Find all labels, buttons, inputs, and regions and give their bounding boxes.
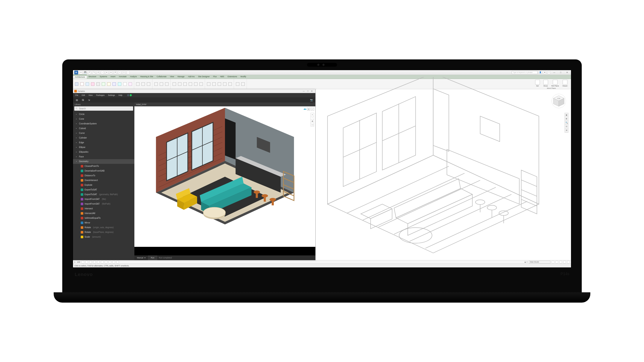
tool-floor-icon[interactable] bbox=[112, 82, 116, 86]
nav-zoom-icon[interactable]: 🔍 bbox=[565, 121, 568, 125]
tree-category-edge[interactable]: ▸Edge bbox=[73, 140, 134, 145]
nav-orbit-icon[interactable]: ⟲ bbox=[565, 125, 568, 128]
dynamo-menu-view[interactable]: View bbox=[88, 94, 92, 96]
ribbon-tab-view[interactable]: View bbox=[168, 75, 176, 79]
vc-shadows-icon[interactable] bbox=[93, 261, 96, 263]
help-search-input[interactable]: Type a keyword or phrase bbox=[512, 71, 538, 74]
qat-tag-icon[interactable]: A bbox=[110, 71, 112, 74]
tree-category-ellipse[interactable]: ▸Ellipse bbox=[73, 145, 134, 150]
tree-node-closestpointto[interactable]: ClosestPointTo bbox=[73, 164, 134, 169]
tree-node-distanceto[interactable]: DistanceTo bbox=[73, 173, 134, 178]
workplane-ref-button[interactable]: Ref Plane bbox=[550, 79, 560, 87]
tool-roomsep-icon[interactable] bbox=[177, 82, 182, 86]
tree-node-explode[interactable]: Explode bbox=[73, 183, 134, 187]
tree-category-curve[interactable]: ▸Curve bbox=[73, 131, 134, 136]
qat-redo-icon[interactable]: ↷ bbox=[92, 71, 95, 74]
tree-node-importfromsat[interactable]: ImportFromSAT(filePath) bbox=[73, 202, 134, 206]
dynamo-3d-preview[interactable]: abc ⊞ ⤢ + − ✥ ▭ bbox=[134, 106, 315, 247]
tool-modeltext-icon[interactable] bbox=[154, 82, 158, 86]
tool-dormer-icon[interactable] bbox=[228, 82, 232, 86]
ribbon-tab-collaborate[interactable]: Collaborate bbox=[155, 75, 168, 79]
tool-component-icon[interactable] bbox=[90, 82, 95, 86]
vc-worksets-icon[interactable] bbox=[556, 261, 558, 263]
dynamo-menu-file[interactable]: File bbox=[75, 94, 78, 96]
ribbon-tab-massing-site[interactable]: Massing & Site bbox=[139, 75, 155, 79]
tool-tagroom-icon[interactable] bbox=[183, 82, 188, 86]
dynamo-search-input[interactable]: Search bbox=[74, 106, 133, 111]
dynamo-menu-help[interactable]: Help bbox=[118, 94, 122, 96]
vc-filter-icon[interactable] bbox=[552, 261, 554, 263]
tool-gridline-icon[interactable] bbox=[241, 82, 245, 86]
tree-node-deserializefromsab[interactable]: DeserializeFromSAB bbox=[73, 169, 134, 173]
tool-tagarea-icon[interactable] bbox=[199, 82, 204, 86]
app-logo[interactable]: R bbox=[74, 70, 78, 74]
ribbon-tab-manage[interactable]: Manage bbox=[176, 75, 186, 79]
tool-modelgroup-icon[interactable] bbox=[164, 82, 169, 86]
tool-grid-icon[interactable] bbox=[122, 82, 127, 86]
tool-mullion-icon[interactable] bbox=[128, 82, 133, 86]
infocenter-help-icon[interactable]: ? bbox=[548, 71, 550, 74]
ribbon-tab-systems[interactable]: Systems bbox=[98, 75, 109, 79]
dynamo-menu-edit[interactable]: Edit bbox=[82, 94, 85, 96]
tree-node-rotate[interactable]: Rotate(origin, axis, degrees) bbox=[73, 225, 134, 230]
window-close-icon[interactable]: ✕ bbox=[564, 71, 570, 74]
nav-pan-icon[interactable]: ✥ bbox=[565, 117, 568, 121]
ribbon-tab-architecture[interactable]: Architecture bbox=[73, 75, 87, 79]
tree-node-exporttosat[interactable]: ExportToSAT(geometry, filePath) bbox=[73, 192, 134, 197]
tree-node-rotate[interactable]: Rotate(basePlane, degrees) bbox=[73, 230, 134, 235]
dyn-export-icon[interactable]: ⇲ bbox=[87, 98, 90, 102]
vc-sunpath-icon[interactable] bbox=[89, 261, 92, 263]
tree-node-intersect[interactable]: Intersect bbox=[73, 206, 134, 211]
vc-temp-icon[interactable] bbox=[112, 261, 115, 263]
ribbon-tab-annotate[interactable]: Annotate bbox=[117, 75, 128, 79]
nav-look-icon[interactable]: 👁 bbox=[565, 128, 568, 132]
dynamo-menu-settings[interactable]: Settings bbox=[108, 94, 115, 96]
tool-areabd-icon[interactable] bbox=[194, 82, 198, 86]
dynamo-run-button[interactable]: Run bbox=[148, 255, 157, 260]
ribbon-tab-extensions[interactable]: Extensions bbox=[226, 75, 239, 79]
tree-category-circle[interactable]: ▸Circle bbox=[73, 112, 134, 117]
qat-3d-icon[interactable]: ⌂ bbox=[118, 71, 121, 74]
qat-text-icon[interactable]: A bbox=[105, 71, 108, 74]
nav-wheel-icon[interactable]: ◉ bbox=[565, 113, 568, 117]
tree-node-importfromsat[interactable]: ImportFromSAT(file) bbox=[73, 197, 134, 202]
tree-category-coordinatesystem[interactable]: ▸CoordinateSystem bbox=[73, 121, 134, 126]
tree-category-ellipsearc[interactable]: ▸EllipseArc bbox=[73, 150, 134, 154]
tool-level-icon[interactable] bbox=[235, 82, 240, 86]
infocenter-signin-icon[interactable]: 👤 bbox=[539, 71, 542, 74]
dyn-fit-icon[interactable]: ▭ bbox=[310, 123, 314, 126]
dyn-toggle-geometry-icon[interactable] bbox=[127, 94, 129, 96]
vc-visual-style-icon[interactable] bbox=[86, 261, 88, 263]
dyn-new-icon[interactable]: ▤ bbox=[75, 98, 78, 102]
qat-print-icon[interactable]: ⎙ bbox=[96, 71, 100, 74]
qat-save-icon[interactable]: 💾 bbox=[84, 71, 87, 74]
ribbon-tab-structure[interactable]: Structure bbox=[87, 75, 98, 79]
tool-ceiling-icon[interactable] bbox=[106, 82, 111, 86]
vc-cropreg-icon[interactable] bbox=[105, 261, 107, 263]
ribbon-tab-add-ins[interactable]: Add-Ins bbox=[186, 75, 196, 79]
dyn-3d-expand-icon[interactable]: ⤢ bbox=[311, 108, 314, 111]
vc-pin-icon[interactable] bbox=[567, 261, 570, 263]
tool-room-icon[interactable] bbox=[172, 82, 177, 86]
dynamo-close-icon[interactable]: ✕ bbox=[310, 90, 314, 92]
tree-category-cylinder[interactable]: ▸Cylinder bbox=[73, 136, 134, 140]
tree-node-isalmostequalto[interactable]: IsAlmostEqualTo bbox=[73, 216, 134, 220]
qat-undo-icon[interactable]: ↶ bbox=[88, 71, 91, 74]
tool-modelline-icon[interactable] bbox=[159, 82, 164, 86]
tree-node-exporttosat[interactable]: ExportToSAT bbox=[73, 187, 134, 192]
ribbon-tab-modify[interactable]: Modify bbox=[239, 75, 248, 79]
ribbon-tab-analyze[interactable]: Analyze bbox=[128, 75, 139, 79]
qat-open-icon[interactable]: ▾ bbox=[80, 71, 82, 74]
tool-vertical-icon[interactable] bbox=[222, 82, 227, 86]
tool-ramp-icon[interactable] bbox=[141, 82, 146, 86]
ribbon-tab-insert[interactable]: Insert bbox=[109, 75, 117, 79]
view-scale[interactable]: 1 : 100 bbox=[74, 261, 80, 263]
dyn-toggle-run-icon[interactable] bbox=[130, 94, 132, 96]
tree-category-cone[interactable]: ▸Cone bbox=[73, 117, 134, 121]
tree-node-doesintersect[interactable]: DoesIntersect bbox=[73, 178, 134, 183]
dynamo-maximize-icon[interactable]: □ bbox=[306, 90, 310, 92]
dyn-3d-grid-icon[interactable]: ⊞ bbox=[307, 108, 310, 111]
tree-node-scale[interactable]: Scale(amount) bbox=[73, 235, 134, 239]
tool-area-icon[interactable] bbox=[188, 82, 193, 86]
qat-section-icon[interactable]: ▯ bbox=[122, 71, 125, 74]
